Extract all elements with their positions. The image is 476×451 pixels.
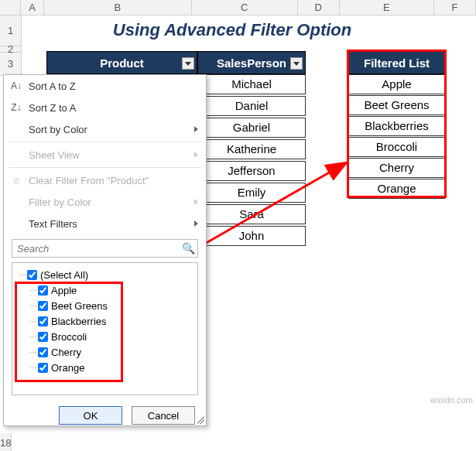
checkbox-item[interactable]: [38, 332, 48, 342]
header-product-label: Product: [100, 56, 144, 70]
chevron-right-icon: [194, 220, 198, 227]
header-salesperson: SalesPerson: [197, 51, 306, 74]
salesperson-cell[interactable]: Daniel: [197, 96, 306, 116]
menu-clear-filter: ⎚ Clear Filter From "Product": [4, 169, 206, 191]
menu-separator: [9, 167, 201, 168]
checkbox-item[interactable]: [38, 285, 48, 296]
tree-item-label: Apple: [51, 285, 77, 296]
filter-tree: ⋯ (Select All) ⋯Apple⋯Beet Greens⋯Blackb…: [12, 262, 198, 395]
menu-sheet-view-label: Sheet View: [29, 149, 80, 161]
chevron-right-icon: [194, 126, 198, 132]
checkbox-item[interactable]: [38, 301, 48, 311]
col-header-A[interactable]: A: [21, 0, 43, 15]
tree-toggle-icon: ⋯: [29, 286, 36, 295]
salesperson-cell[interactable]: Sara: [197, 204, 306, 224]
menu-sort-za-label: Sort Z to A: [29, 102, 76, 114]
tree-toggle-icon: ⋯: [29, 364, 36, 372]
row-header-1[interactable]: 1: [0, 15, 22, 46]
tree-item[interactable]: ⋯Cherry: [15, 344, 194, 360]
tree-item[interactable]: ⋯Apple: [15, 282, 194, 298]
menu-text-filters[interactable]: Text Filters: [4, 213, 206, 234]
worksheet: A B C D E F 1 2 3 18 Using Advanced Filt…: [0, 0, 476, 451]
sort-za-icon: Z↓: [10, 101, 22, 114]
menu-filter-by-color: Filter by Color: [4, 191, 206, 213]
tree-toggle-icon: ⋯: [29, 348, 36, 357]
tree-item-label: Cherry: [51, 347, 81, 358]
header-salesperson-label: SalesPerson: [217, 56, 286, 70]
tree-toggle-icon: ⋯: [29, 333, 36, 341]
tree-toggle-icon: ⋯: [29, 317, 36, 326]
filter-search: 🔍: [12, 239, 198, 258]
menu-sort-by-color[interactable]: Sort by Color: [4, 118, 206, 140]
menu-sort-za[interactable]: Z↓ Sort Z to A: [4, 97, 206, 118]
page-title: Using Advanced Filter Option: [93, 20, 372, 40]
header-filtered-label: Filtered List: [364, 56, 430, 70]
tree-item[interactable]: ⋯Orange: [15, 360, 194, 375]
checkbox-item[interactable]: [38, 347, 48, 357]
header-filtered: Filtered List: [348, 51, 445, 74]
chevron-right-icon: [194, 199, 198, 205]
filtered-cell[interactable]: Broccoli: [348, 137, 445, 157]
filtered-cell[interactable]: Apple: [348, 74, 445, 94]
ok-button[interactable]: OK: [59, 406, 122, 425]
checkbox-select-all[interactable]: [27, 270, 37, 280]
salesperson-cell[interactable]: Gabriel: [197, 118, 306, 138]
chevron-right-icon: [194, 152, 198, 158]
column-headers: A B C D E F: [0, 0, 476, 15]
sort-az-icon: A↓: [10, 80, 22, 92]
tree-select-all-label: (Select All): [40, 269, 88, 281]
col-header-D[interactable]: D: [298, 0, 340, 15]
col-header-E[interactable]: E: [340, 0, 434, 15]
cancel-button[interactable]: Cancel: [132, 406, 195, 425]
salesperson-cell[interactable]: John: [197, 226, 306, 246]
menu-buttons: OK Cancel: [4, 395, 206, 436]
select-all-corner[interactable]: [0, 0, 21, 15]
row-header-3[interactable]: 3: [0, 53, 22, 76]
filtered-cell[interactable]: Blackberries: [348, 116, 445, 136]
tree-item[interactable]: ⋯Broccoli: [15, 329, 194, 344]
col-header-F[interactable]: F: [434, 0, 476, 15]
menu-sort-az-label: Sort A to Z: [29, 80, 76, 92]
col-header-B[interactable]: B: [44, 0, 192, 15]
menu-sort-az[interactable]: A↓ Sort A to Z: [4, 75, 206, 97]
resize-grip[interactable]: [197, 416, 204, 424]
menu-sheet-view: Sheet View: [4, 144, 206, 166]
filter-search-input[interactable]: [12, 240, 197, 257]
menu-separator: [9, 142, 201, 142]
tree-item[interactable]: ⋯Blackberries: [15, 313, 194, 329]
clear-filter-icon: ⎚: [10, 174, 22, 186]
row-headers: 1 2 3 18: [0, 15, 22, 76]
salesperson-cell[interactable]: Katherine: [197, 139, 306, 159]
tree-toggle-icon: ⋯: [19, 271, 26, 279]
tree-item-label: Blackberries: [51, 316, 107, 327]
header-product: Product: [46, 51, 197, 74]
tree-toggle-icon: ⋯: [29, 302, 36, 310]
tree-select-all[interactable]: ⋯ (Select All): [15, 267, 194, 282]
salesperson-cell[interactable]: Michael: [197, 74, 306, 94]
checkbox-item[interactable]: [38, 363, 48, 373]
filter-button-salesperson[interactable]: [290, 57, 303, 70]
tree-item[interactable]: ⋯Beet Greens: [15, 298, 194, 313]
tree-item-label: Beet Greens: [51, 300, 108, 312]
tree-item-label: Broccoli: [51, 331, 87, 343]
menu-clear-filter-label: Clear Filter From "Product": [29, 175, 149, 186]
watermark: wsxdn.com: [430, 395, 473, 405]
row-header-18[interactable]: 18: [0, 433, 12, 451]
col-header-C[interactable]: C: [192, 0, 298, 15]
salesperson-cell[interactable]: Emily: [197, 183, 306, 203]
filtered-cell[interactable]: Cherry: [348, 158, 445, 178]
row-header-2[interactable]: 2: [0, 46, 22, 53]
filter-dropdown-menu: A↓ Sort A to Z Z↓ Sort Z to A Sort by Co…: [3, 74, 207, 426]
checkbox-item[interactable]: [38, 316, 48, 326]
filtered-cell[interactable]: Beet Greens: [348, 95, 445, 115]
filter-button-product[interactable]: [182, 57, 194, 70]
filtered-cell[interactable]: Orange: [348, 179, 445, 199]
salesperson-cell[interactable]: Jefferson: [197, 161, 306, 181]
tree-item-label: Orange: [51, 362, 84, 374]
menu-text-filters-label: Text Filters: [29, 218, 77, 230]
menu-filter-color-label: Filter by Color: [29, 196, 91, 208]
search-icon: 🔍: [182, 242, 194, 255]
menu-sort-color-label: Sort by Color: [29, 124, 87, 135]
